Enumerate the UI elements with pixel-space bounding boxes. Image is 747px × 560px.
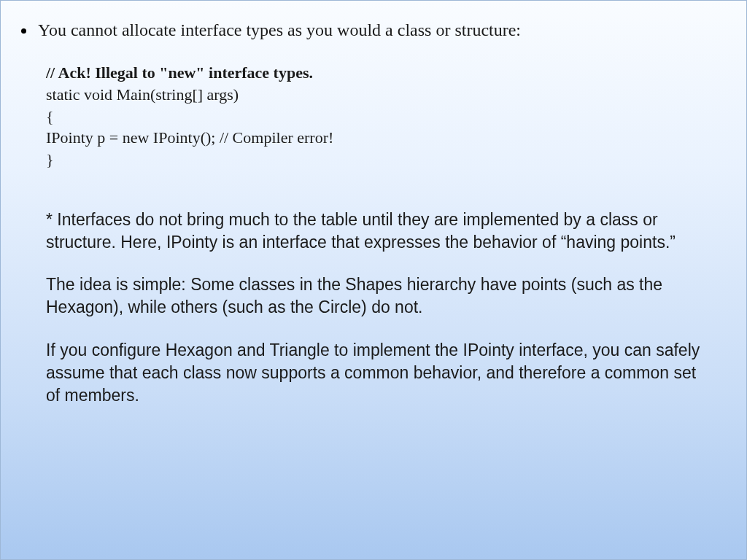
paragraph: The idea is simple: Some classes in the … bbox=[46, 273, 711, 319]
bullet-text: You cannot allocate interface types as y… bbox=[38, 18, 711, 42]
code-line: static void Main(string[] args) bbox=[46, 85, 239, 104]
slide: You cannot allocate interface types as y… bbox=[0, 0, 747, 560]
code-comment: // Ack! Illegal to "new" interface types… bbox=[46, 63, 313, 82]
code-line: } bbox=[46, 150, 54, 168]
code-block: // Ack! Illegal to "new" interface types… bbox=[46, 62, 711, 170]
bullet-icon bbox=[21, 28, 26, 34]
paragraph: * Interfaces do not bring much to the ta… bbox=[46, 209, 711, 254]
bullet-row: You cannot allocate interface types as y… bbox=[18, 18, 711, 42]
code-line: { bbox=[46, 107, 54, 125]
body-text: * Interfaces do not bring much to the ta… bbox=[46, 209, 711, 407]
paragraph: If you configure Hexagon and Triangle to… bbox=[46, 339, 711, 406]
code-line: IPointy p = new IPointy(); // Compiler e… bbox=[46, 128, 333, 147]
